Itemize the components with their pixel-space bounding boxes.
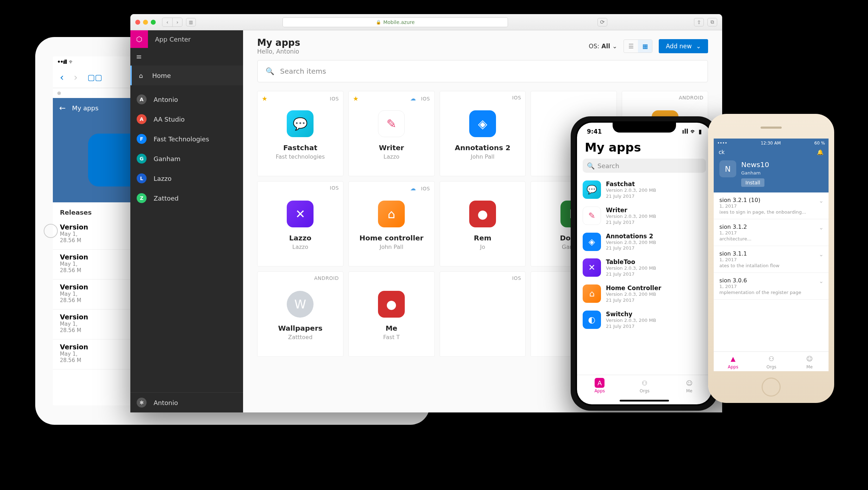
- app-card[interactable]: ● Me Fast T: [348, 271, 435, 357]
- list-view-icon[interactable]: ☰: [624, 40, 638, 53]
- sidebar-org-item[interactable]: FFast Technologies: [130, 129, 243, 149]
- safari-nav-buttons[interactable]: ‹›: [162, 18, 182, 27]
- org-avatar-icon: F: [137, 134, 147, 144]
- iphone8-nav-back[interactable]: ck 🔔: [714, 148, 829, 157]
- add-new-button[interactable]: Add new ⌄: [659, 39, 708, 53]
- tab-me[interactable]: ☺ Me: [805, 354, 814, 369]
- sidebar-org-item[interactable]: AAntonio: [130, 90, 243, 109]
- app-card[interactable]: ☁iOS ⌂ Home controller John Pall: [348, 181, 435, 267]
- cloud-icon: ☁: [410, 95, 416, 102]
- address-bar[interactable]: 🔒 Mobile.azure: [283, 17, 508, 27]
- view-toggle[interactable]: ☰ ▦: [624, 39, 652, 53]
- forward-icon[interactable]: ›: [74, 72, 78, 83]
- app-list-item[interactable]: ⌂ Home Controller Version 2.0.3, 200 MB …: [577, 281, 712, 307]
- chevron-down-icon: ⌄: [696, 43, 701, 50]
- version-list: sion 3.2.1 (10) 1, 2017 ixes to sign in …: [714, 192, 829, 351]
- reload-icon[interactable]: ⟳: [597, 18, 607, 26]
- sidebar-toggle-icon[interactable]: ▥: [186, 18, 196, 26]
- tab-apps[interactable]: A Apps: [594, 378, 605, 404]
- ipad-header-title: My apps: [72, 104, 98, 112]
- bell-icon[interactable]: 🔔: [817, 149, 824, 155]
- app-name: Me: [385, 324, 397, 332]
- app-name: Home Controller: [606, 284, 661, 292]
- app-name: Fastchat: [606, 180, 656, 188]
- hamburger-icon[interactable]: ≡: [130, 48, 243, 66]
- chevron-down-icon: ⌄: [819, 278, 824, 284]
- nav-home[interactable]: ⌂ Home: [130, 66, 243, 85]
- org-label: Fast Technologies: [154, 135, 209, 143]
- version-row[interactable]: sion 3.0.6 1, 2017 mplementation of the …: [714, 273, 829, 300]
- ipad-home-button[interactable]: [44, 224, 58, 238]
- platform-label: iOS: [330, 96, 339, 102]
- back-icon[interactable]: ‹: [60, 72, 64, 83]
- app-list-item[interactable]: ✕ TableToo Version 2.0.3, 200 MB 21 July…: [577, 255, 712, 281]
- app-icon: 💬: [287, 110, 314, 137]
- share-icon[interactable]: ⇧: [694, 18, 704, 26]
- search-input[interactable]: 🔍 Search items: [257, 60, 708, 82]
- tab-orgs[interactable]: ⚇ Orgs: [767, 354, 776, 369]
- grid-view-icon[interactable]: ▦: [638, 40, 652, 53]
- app-card[interactable]: iOS: [440, 271, 526, 357]
- app-owner: Ganham: [741, 170, 769, 176]
- signal-icon: ••ıll: [57, 59, 67, 65]
- iphone8-device: •••• 12:30 AM 60 % ck 🔔 N News10 Ganham …: [708, 114, 834, 403]
- carrier-icon: ••••: [717, 141, 727, 146]
- app-list-item[interactable]: ◈ Annotations 2 Version 2.0.3, 200 MB 21…: [577, 229, 712, 255]
- iphone8-app-header: N News10 Ganham Install: [714, 157, 829, 192]
- wifi-icon: ᯤ: [69, 59, 74, 65]
- tab-apps[interactable]: ▲ Apps: [728, 354, 738, 369]
- version-row[interactable]: sion 3.2.1 (10) 1, 2017 ixes to sign in …: [714, 192, 829, 219]
- sidebar-org-item[interactable]: AAA Studio: [130, 109, 243, 129]
- sidebar-brand[interactable]: ⬡ App Center: [130, 30, 243, 48]
- app-card[interactable]: iOS ◈ Annotations 2 John Pall: [440, 91, 526, 176]
- app-card[interactable]: ANDROID W Wallpapers Zatttoed: [257, 271, 343, 357]
- app-list-item[interactable]: 💬 Fastchat Version 2.0.3, 200 MB 21 July…: [577, 177, 712, 203]
- app-owner: John Pall: [471, 153, 495, 160]
- app-list-item[interactable]: ◐ Switchy Version 2.0.3, 200 MB 21 July …: [577, 307, 712, 333]
- sidebar-org-item[interactable]: ZZattoed: [130, 188, 243, 208]
- version-row[interactable]: sion 3.1.1 1, 2017 ates to the intallati…: [714, 246, 829, 273]
- app-card[interactable]: ● Rem Jo: [440, 181, 526, 267]
- sidebar-org-item[interactable]: LLazzo: [130, 169, 243, 188]
- tab-me[interactable]: ☺ Me: [684, 378, 694, 404]
- app-name: Annotations 2: [455, 143, 510, 152]
- status-icons: ıll ᯤ ▮: [682, 128, 702, 135]
- add-new-label: Add new: [666, 43, 692, 50]
- app-meta: Version 2.0.3, 200 MB: [606, 292, 661, 298]
- apps-tab-icon: A: [595, 378, 604, 388]
- apps-tab-icon: ▲: [728, 354, 738, 364]
- os-filter-value: All: [601, 43, 610, 50]
- app-owner: Lazzo: [292, 244, 308, 250]
- iphonex-search-input[interactable]: 🔍 Search: [583, 159, 706, 173]
- sidebar-org-item[interactable]: GGanham: [130, 149, 243, 169]
- install-button[interactable]: Install: [741, 178, 764, 187]
- os-filter[interactable]: OS: All ⌄: [589, 43, 617, 50]
- orgs-tab-icon: ⚇: [767, 354, 776, 364]
- app-meta: Version 2.0.3, 200 MB: [606, 265, 656, 271]
- tabs-icon[interactable]: ⧉: [707, 18, 717, 26]
- chevron-down-icon: ⌄: [819, 224, 824, 231]
- app-name: Fastchat: [283, 143, 317, 152]
- window-controls[interactable]: [135, 20, 156, 25]
- app-owner: Fast T: [383, 334, 400, 341]
- back-arrow-icon[interactable]: ←: [59, 104, 66, 112]
- version-row[interactable]: sion 3.1.2 1, 2017 architecture... ⌄: [714, 219, 829, 246]
- app-owner: Lazzo: [384, 153, 399, 160]
- nav-home-label: Home: [152, 72, 171, 79]
- app-name: Wallpapers: [278, 324, 322, 332]
- home-indicator[interactable]: [620, 400, 669, 402]
- app-name: Lazzo: [289, 234, 311, 242]
- bookmarks-icon[interactable]: ▢▢: [87, 73, 102, 82]
- app-card[interactable]: ★☁iOS ✎ Writer Lazzo: [348, 91, 435, 176]
- os-filter-label: OS:: [589, 43, 599, 50]
- app-icon: ◈: [469, 110, 496, 137]
- iphone8-home-button[interactable]: [762, 378, 781, 397]
- app-card[interactable]: iOS ✕ Lazzo Lazzo: [257, 181, 343, 267]
- sidebar-user[interactable]: ✻ Antonio: [130, 393, 243, 412]
- app-name: Annotations 2: [606, 233, 656, 240]
- platform-label: iOS: [512, 95, 521, 100]
- app-card[interactable]: ★iOS 💬 Fastchat Fast technologies: [257, 91, 343, 176]
- app-list-item[interactable]: ✎ Writer Version 2.0.3, 200 MB 21 July 2…: [577, 203, 712, 229]
- orgs-tab-icon: ⚇: [640, 378, 650, 388]
- status-time: 12:30 AM: [761, 141, 781, 146]
